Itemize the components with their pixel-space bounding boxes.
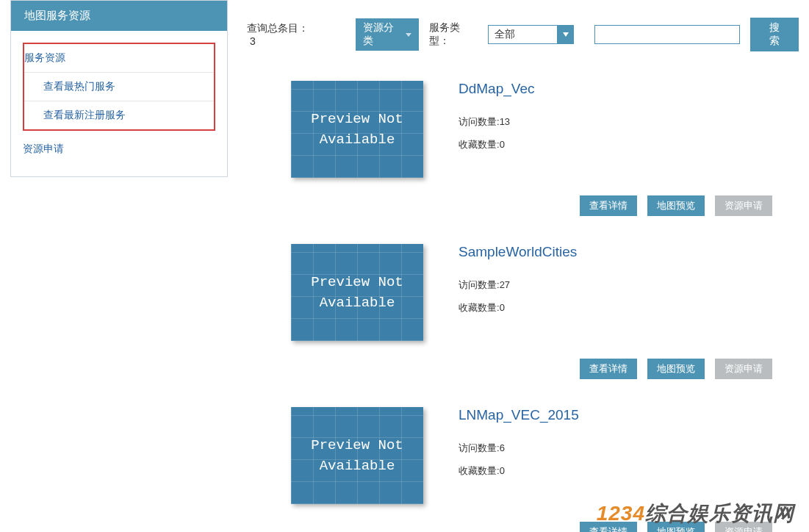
detail-button[interactable]: 查看详情 — [580, 195, 637, 216]
sidebar-body: 服务资源 查看最热门服务 查看最新注册服务 资源申请 — [11, 31, 227, 176]
result-item: Preview Not Available SampleWorldCities … — [247, 228, 799, 354]
watermark: 1234综合娱乐资讯网 — [597, 500, 794, 528]
fav-meta: 收藏数量:0 — [459, 296, 799, 319]
item-title[interactable]: SampleWorldCities — [459, 244, 799, 260]
visit-meta: 访问数量:6 — [459, 436, 799, 459]
main-content: 查询总条目：3 资源分类 服务类型： 全部 搜索 Preview Not Ava… — [247, 0, 799, 532]
fav-meta: 收藏数量:0 — [459, 133, 799, 156]
detail-button[interactable]: 查看详情 — [580, 359, 637, 379]
watermark-text: 综合娱乐资讯网 — [645, 502, 794, 525]
item-info: SampleWorldCities 访问数量:27 收藏数量:0 — [459, 244, 799, 319]
visit-meta: 访问数量:13 — [459, 110, 799, 133]
preview-thumbnail[interactable]: Preview Not Available — [291, 407, 423, 504]
sidebar-title: 地图服务资源 — [11, 1, 227, 31]
category-label: 资源分类 — [363, 21, 401, 48]
sidebar-item-resources[interactable]: 服务资源 — [24, 44, 214, 73]
result-item: Preview Not Available DdMap_Vec 访问数量:13 … — [247, 65, 799, 191]
sidebar-item-hot[interactable]: 查看最热门服务 — [24, 73, 214, 101]
item-actions: 查看详情 地图预览 资源申请 — [247, 354, 799, 391]
item-actions: 查看详情 地图预览 资源申请 — [247, 191, 799, 228]
fav-meta: 收藏数量:0 — [459, 459, 799, 482]
search-input[interactable] — [594, 25, 740, 44]
result-block-0: Preview Not Available DdMap_Vec 访问数量:13 … — [247, 65, 799, 228]
sidebar: 地图服务资源 服务资源 查看最热门服务 查看最新注册服务 资源申请 — [10, 0, 228, 177]
type-value: 全部 — [488, 25, 558, 44]
item-title[interactable]: LNMap_VEC_2015 — [459, 407, 799, 423]
type-select[interactable]: 全部 — [488, 25, 574, 44]
category-dropdown[interactable]: 资源分类 — [356, 18, 419, 51]
sidebar-item-new[interactable]: 查看最新注册服务 — [24, 101, 214, 129]
total-count: 3 — [250, 35, 256, 47]
watermark-num: 1234 — [597, 502, 645, 525]
preview-thumbnail[interactable]: Preview Not Available — [291, 244, 423, 341]
type-label: 服务类型： — [429, 21, 478, 48]
preview-thumbnail[interactable]: Preview Not Available — [291, 81, 423, 178]
type-select-button[interactable] — [558, 25, 574, 44]
apply-button: 资源申请 — [715, 359, 772, 379]
result-item: Preview Not Available LNMap_VEC_2015 访问数… — [247, 391, 799, 517]
sidebar-item-apply[interactable]: 资源申请 — [23, 135, 215, 165]
result-block-1: Preview Not Available SampleWorldCities … — [247, 228, 799, 391]
item-info: DdMap_Vec 访问数量:13 收藏数量:0 — [459, 81, 799, 156]
preview-button[interactable]: 地图预览 — [647, 195, 705, 216]
item-title[interactable]: DdMap_Vec — [459, 81, 799, 97]
visit-meta: 访问数量:27 — [459, 273, 799, 296]
chevron-down-icon — [406, 33, 411, 37]
preview-button[interactable]: 地图预览 — [647, 359, 705, 379]
apply-button: 资源申请 — [715, 195, 772, 216]
filter-bar: 查询总条目：3 资源分类 服务类型： 全部 搜索 — [247, 0, 799, 65]
total-label: 查询总条目：3 — [247, 22, 313, 47]
chevron-down-icon — [563, 32, 569, 37]
item-info: LNMap_VEC_2015 访问数量:6 收藏数量:0 — [459, 407, 799, 482]
search-button[interactable]: 搜索 — [750, 18, 799, 51]
highlight-box: 服务资源 查看最热门服务 查看最新注册服务 — [23, 43, 215, 131]
